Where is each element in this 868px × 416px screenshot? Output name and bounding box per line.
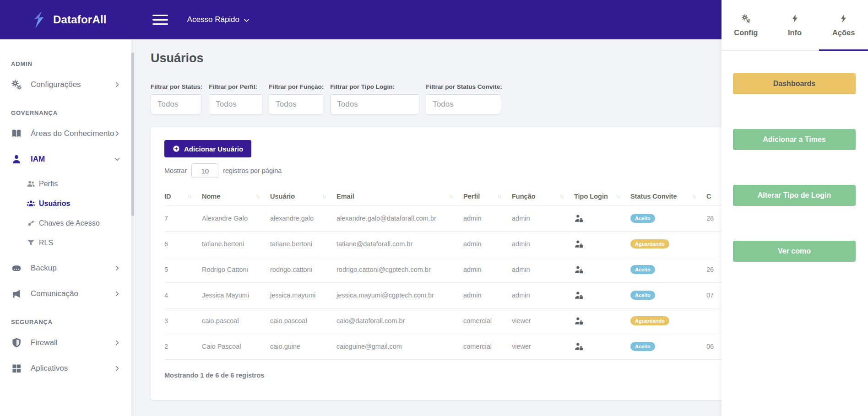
cell-status-convite: Aceito <box>630 282 706 308</box>
filter-filtrar-por-status: Filtrar por Status: Todos <box>151 83 202 114</box>
cell-id: 7 <box>164 205 202 231</box>
column-header-perfil[interactable]: Perfil↑↓ <box>463 187 512 205</box>
user-lock-icon <box>574 291 630 300</box>
sidebar-item-firewall[interactable]: Firewall <box>11 330 129 356</box>
status-badge: Aguardando <box>630 239 669 249</box>
column-header-nome[interactable]: Nome↑↓ <box>202 187 270 205</box>
panel-button-ver-como[interactable]: Ver como <box>733 241 856 262</box>
brand[interactable]: DataforAll <box>29 10 107 29</box>
user-lock-icon <box>574 342 630 351</box>
user-lock-icon <box>574 214 630 223</box>
sort-icon[interactable]: ↑↓ <box>616 193 619 200</box>
table-row[interactable]: 7 Alexandre Galo alexandre.galo alexandr… <box>164 205 723 231</box>
chevron-right-icon <box>114 265 120 271</box>
cell-nome: Alexandre Galo <box>202 205 270 231</box>
cell-c: 28 <box>706 205 723 231</box>
sidebar: ADMIN Configurações GOVERNANÇA Áreas do … <box>0 39 135 416</box>
users-card: Adicionar Usuário Mostrar 10 registros p… <box>151 127 723 400</box>
filter-label: Filtrar por Função: <box>269 83 324 90</box>
status-badge: Aceito <box>630 342 655 351</box>
tab-info[interactable]: Info <box>770 0 819 50</box>
table-row[interactable]: 3 caio.pascoal caio.pascoal caio@datafor… <box>164 308 723 334</box>
menu-toggle-button[interactable] <box>152 15 168 25</box>
sidebar-section-label: GOVERNANÇA <box>11 109 129 116</box>
sidebar-item-label: Backup <box>31 264 57 273</box>
filter-select[interactable]: Todos <box>151 94 201 114</box>
filter-select[interactable]: Todos <box>330 94 419 114</box>
users-icon <box>27 179 35 188</box>
table-row[interactable]: 5 Rodrigo Cattoni rodrigo.cattoni rodrig… <box>164 257 723 282</box>
gears-icon <box>741 14 751 23</box>
cell-email: jessica.mayumi@cgptech.com.br <box>336 282 463 308</box>
status-badge: Aceito <box>630 265 655 274</box>
sort-icon[interactable]: ↑↓ <box>322 193 326 200</box>
filter-filtrar-por-perfil: Filtrar por Perfil: Todos <box>209 83 262 114</box>
sidebar-item-comunicacao[interactable]: Comunicação <box>11 281 129 307</box>
sort-icon[interactable]: ↑↓ <box>449 193 452 200</box>
table-row[interactable]: 6 tatiane.bertoni tatiane.bertoni tatian… <box>164 231 723 257</box>
sidebar-item-label: Chaves de Acesso <box>39 219 100 227</box>
cell-funcao: admin <box>512 205 574 231</box>
cell-perfil: comercial <box>463 334 512 359</box>
sidebar-item-rls[interactable]: RLS <box>27 233 129 253</box>
column-header-tipo-login[interactable]: Tipo Login↑↓ <box>574 187 630 205</box>
filter-select[interactable]: Todos <box>269 94 323 114</box>
panel-button-dashboards[interactable]: Dashboards <box>733 73 856 94</box>
cell-funcao: admin <box>512 231 574 257</box>
cell-tipo-login <box>574 257 630 282</box>
user-lock-icon <box>574 316 630 326</box>
filter-label: Filtrar por Tipo Login: <box>330 83 419 90</box>
cell-email: caioguine@gmail.com <box>336 334 463 359</box>
tab-config[interactable]: Config <box>722 0 770 50</box>
sidebar-item-areas-do-conhecimento[interactable]: Áreas do Conhecimento <box>11 121 129 146</box>
page-size-control: Mostrar 10 registros por página <box>164 163 710 178</box>
add-user-label: Adicionar Usuário <box>184 145 243 153</box>
active-tab-indicator <box>819 49 868 51</box>
sort-icon[interactable]: ↑↓ <box>559 193 563 200</box>
column-header-usuario[interactable]: Usuário↑↓ <box>270 187 336 205</box>
cell-perfil: admin <box>463 231 512 257</box>
filter-filtrar-por-status-convite: Filtrar por Status Convite: Todos <box>426 83 502 114</box>
status-badge: Aceito <box>630 214 655 223</box>
sort-icon[interactable]: ↑↓ <box>255 193 259 200</box>
sort-icon[interactable]: ↑↓ <box>497 193 501 200</box>
sidebar-item-usuarios[interactable]: Usuários <box>27 194 129 213</box>
sidebar-item-configuracoes[interactable]: Configurações <box>11 72 129 97</box>
shield-icon <box>11 337 22 348</box>
sidebar-item-label: Perfis <box>39 180 58 188</box>
table-row[interactable]: 4 Jessica Mayumi jessica.mayumi jessica.… <box>164 282 723 308</box>
sidebar-item-aplicativos[interactable]: Aplicativos <box>11 356 129 381</box>
sort-icon[interactable]: ↑↓ <box>187 193 191 200</box>
cell-c <box>706 231 723 257</box>
sidebar-item-backup[interactable]: Backup <box>11 255 129 281</box>
table-row[interactable]: 2 Caio Pascoal caio.guine caioguine@gmai… <box>164 334 723 359</box>
cell-tipo-login <box>574 231 630 257</box>
sort-icon[interactable]: ↑↓ <box>692 193 695 200</box>
column-header-email[interactable]: Email↑↓ <box>336 187 463 205</box>
cell-tipo-login <box>574 282 630 308</box>
column-header-funcao[interactable]: Função↑↓ <box>512 187 574 205</box>
cell-status-convite: Aguardando <box>630 308 706 334</box>
sidebar-item-label: Usuários <box>39 200 70 208</box>
sidebar-item-iam[interactable]: IAM <box>11 146 129 172</box>
sidebar-item-perfis[interactable]: Perfis <box>27 174 129 194</box>
filter-select[interactable]: Todos <box>209 94 262 114</box>
page-size-select[interactable]: 10 <box>191 163 218 178</box>
cell-usuario: jessica.mayumi <box>270 282 336 308</box>
column-header-id[interactable]: ID↑↓ <box>164 187 202 205</box>
tab-acoes[interactable]: Ações <box>819 0 868 50</box>
sidebar-item-chaves-de-acesso[interactable]: Chaves de Acesso <box>27 213 129 233</box>
quick-access-dropdown[interactable]: Acesso Rápido <box>187 15 250 24</box>
cell-email: alexandre.galo@dataforall.com.br <box>336 205 463 231</box>
cell-tipo-login <box>574 205 630 231</box>
sidebar-scrollbar-thumb[interactable] <box>131 53 134 216</box>
column-header-c[interactable]: C↑↓ <box>706 187 723 205</box>
panel-button-adicionar-a-times[interactable]: Adicionar a Times <box>733 129 856 150</box>
cell-email: caio@dataforall.com.br <box>336 308 463 334</box>
column-header-status-convite[interactable]: Status Convite↑↓ <box>630 187 706 205</box>
filter-select[interactable]: Todos <box>426 94 501 114</box>
sidebar-item-label: RLS <box>39 239 53 247</box>
panel-button-alterar-tipo-de-login[interactable]: Alterar Tipo de Login <box>733 185 856 206</box>
add-user-button[interactable]: Adicionar Usuário <box>164 140 251 157</box>
page-size-suffix: registros por página <box>223 167 282 174</box>
